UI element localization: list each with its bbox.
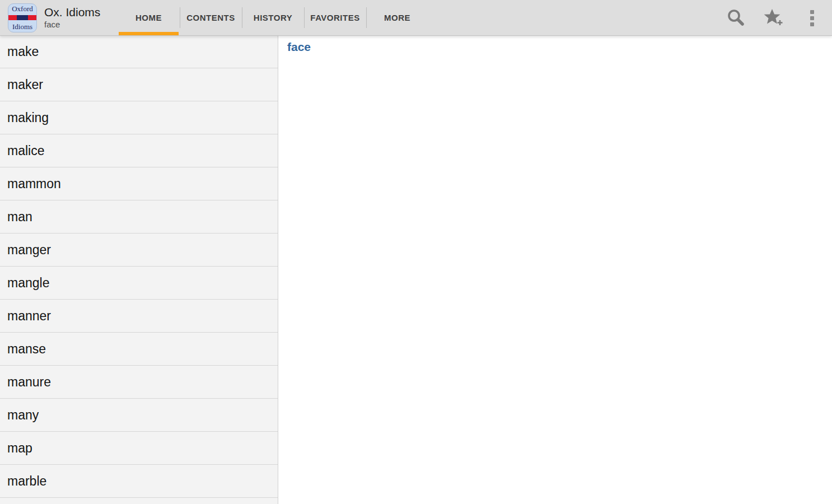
add-favorite-icon <box>763 8 784 28</box>
sidebar-item-manger[interactable]: manger <box>0 234 278 267</box>
app-logo: Oxford Idioms <box>8 3 37 32</box>
word-label: man <box>7 209 32 225</box>
tab-label: CONTENTS <box>186 13 235 22</box>
search-button[interactable] <box>725 7 747 29</box>
sidebar-item-marble[interactable]: marble <box>0 465 278 498</box>
word-label: make <box>7 44 39 59</box>
logo-stripe <box>8 15 36 20</box>
sidebar-item-mangle[interactable]: mangle <box>0 267 278 300</box>
word-label: mangle <box>7 276 49 291</box>
word-label: map <box>7 441 32 456</box>
sidebar-item-mammon[interactable]: mammon <box>0 167 278 200</box>
sidebar-item-many[interactable]: many <box>0 399 278 432</box>
current-word-subtitle: face <box>44 19 100 30</box>
tab-label: HISTORY <box>254 13 292 22</box>
app-brand[interactable]: Oxford Idioms Ox. Idioms face <box>0 0 118 35</box>
sidebar-item-maker[interactable]: maker <box>0 68 278 101</box>
logo-stripe-center <box>17 15 28 20</box>
main-area: makemakermakingmalicemammonmanmangermang… <box>0 35 832 504</box>
word-label: many <box>7 408 39 423</box>
word-label: mammon <box>7 176 61 192</box>
sidebar-item-manure[interactable]: manure <box>0 366 278 399</box>
sidebar-item-malice[interactable]: malice <box>0 134 278 167</box>
logo-idioms-text: Idioms <box>8 22 36 32</box>
action-bar: Oxford Idioms Ox. Idioms face HOMECONTEN… <box>0 0 832 35</box>
logo-oxford-text: Oxford <box>8 4 36 14</box>
action-buttons <box>725 0 832 35</box>
headword: face <box>287 40 827 54</box>
active-tab-indicator <box>119 32 179 35</box>
sidebar-item-manner[interactable]: manner <box>0 300 278 333</box>
word-label: making <box>7 110 49 125</box>
add-favorite-button[interactable] <box>763 7 785 29</box>
tab-home[interactable]: HOME <box>118 0 180 35</box>
word-label: manse <box>7 342 46 357</box>
word-label: malice <box>7 143 44 158</box>
tab-bar: HOMECONTENTSHISTORYFAVORITESMORE <box>118 0 428 35</box>
overflow-menu-button[interactable] <box>801 7 823 29</box>
sidebar-item-make[interactable]: make <box>0 35 278 68</box>
tab-label: HOME <box>135 13 162 22</box>
word-label: manure <box>7 375 51 390</box>
overflow-menu-icon <box>802 7 821 29</box>
tab-contents[interactable]: CONTENTS <box>180 0 242 35</box>
word-list-panel: makemakermakingmalicemammonmanmangermang… <box>0 35 278 504</box>
sidebar-item-making[interactable]: making <box>0 101 278 134</box>
word-label: maker <box>7 77 43 92</box>
app-title: Ox. Idioms <box>44 6 100 19</box>
word-label: manger <box>7 242 51 258</box>
tab-label: FAVORITES <box>310 13 359 22</box>
tab-favorites[interactable]: FAVORITES <box>304 0 366 35</box>
tab-more[interactable]: MORE <box>366 0 428 35</box>
tab-history[interactable]: HISTORY <box>242 0 304 35</box>
entry-panel: face <box>278 35 832 504</box>
search-icon <box>726 8 745 27</box>
word-label: manner <box>7 309 51 324</box>
word-label: marble <box>7 474 46 489</box>
sidebar-item-manse[interactable]: manse <box>0 333 278 366</box>
tab-label: MORE <box>384 13 410 22</box>
word-list: makemakermakingmalicemammonmanmangermang… <box>0 35 278 498</box>
sidebar-item-map[interactable]: map <box>0 432 278 465</box>
sidebar-item-man[interactable]: man <box>0 200 278 234</box>
